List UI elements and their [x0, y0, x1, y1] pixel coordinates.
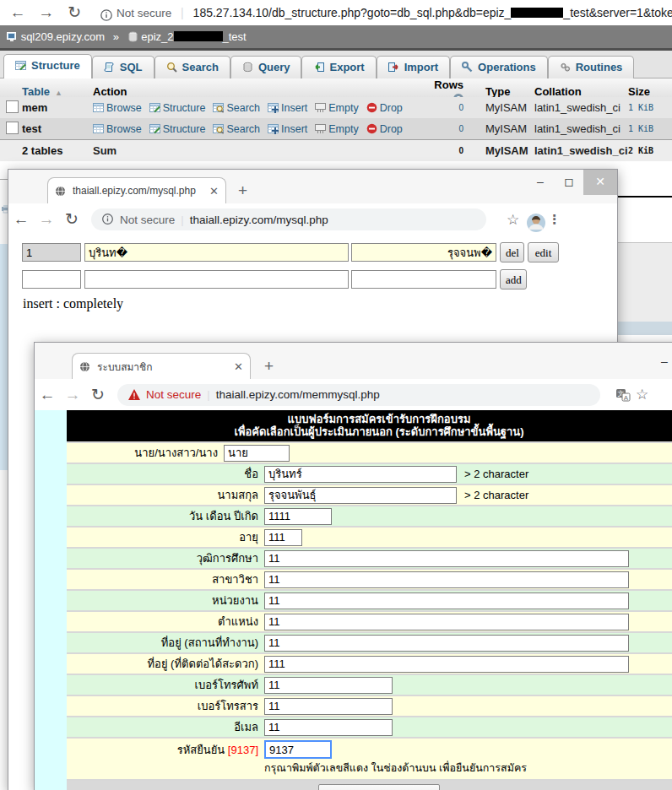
structure-tab-icon [15, 57, 26, 68]
checkbox-cell [0, 100, 22, 116]
pma-tab-label: SQL [120, 61, 143, 73]
table-name[interactable]: test [22, 122, 93, 135]
table-type: MyISAM [475, 101, 534, 114]
minimize-button[interactable]: – [661, 354, 668, 368]
form-input-position[interactable] [264, 614, 629, 630]
main-browser-toolbar: ← → ↻ Not secure | 185.27.134.10/db_stru… [0, 0, 672, 25]
action-drop[interactable]: Drop [366, 123, 403, 135]
reload-icon[interactable]: ↻ [59, 203, 84, 235]
form-input-major[interactable] [264, 571, 629, 588]
record-id-input[interactable] [22, 243, 81, 262]
submit-registration-button[interactable]: ยืนยันการลงทะเบียน [318, 784, 441, 790]
forward-icon[interactable]: → [60, 379, 85, 410]
pma-tab-query[interactable]: Query [230, 56, 302, 78]
omnibox[interactable]: Not secure | thaiall.epizy.com/memmysql.… [117, 384, 600, 406]
action-label: Insert [281, 123, 307, 135]
reload-icon[interactable]: ↻ [85, 379, 111, 410]
url-text: thaiall.epizy.com/mysql.php [190, 214, 328, 226]
back-icon[interactable]: ← [5, 0, 30, 25]
form-input-email[interactable] [264, 719, 393, 736]
form-field-major [263, 571, 672, 588]
column-header-size: Size [623, 85, 672, 98]
pma-tab-structure[interactable]: Structure [3, 54, 92, 78]
forward-icon[interactable]: → [34, 0, 59, 25]
omnibox[interactable]: Not secure | thaiall.epizy.com/mysql.php [91, 208, 486, 230]
action-empty[interactable]: Empty [315, 123, 358, 135]
bookmark-star-icon[interactable]: ☆ [507, 211, 519, 229]
action-search[interactable]: Search [213, 123, 260, 135]
form-input-first-name[interactable] [264, 466, 457, 483]
new-surname-input[interactable] [351, 270, 496, 289]
new-tab-button[interactable]: + [238, 181, 247, 200]
form-input-address-work[interactable] [264, 635, 629, 652]
form-input-phone[interactable] [264, 677, 393, 694]
form-field-email [263, 719, 672, 736]
form-input-last-name[interactable] [264, 487, 457, 504]
translate-icon[interactable]: 文A [615, 388, 629, 402]
action-drop[interactable]: Drop [366, 102, 403, 114]
del-button[interactable]: del [500, 242, 524, 262]
back-icon[interactable]: ← [8, 203, 34, 235]
action-browse[interactable]: Browse [93, 123, 142, 135]
browser-tab-mysql[interactable]: thaiall.epizy.com/mysql.php ✕ [47, 177, 226, 203]
action-empty[interactable]: Empty [315, 102, 358, 114]
close-button[interactable]: ✕ [583, 170, 617, 195]
breadcrumb-database[interactable]: epiz_2_test [141, 30, 247, 43]
form-field-birthdate [263, 508, 672, 525]
column-header-table[interactable]: Table [22, 85, 50, 98]
tab-close-icon[interactable]: ✕ [234, 360, 243, 373]
new-tab-button[interactable]: + [264, 357, 274, 376]
confirm-code-input[interactable] [264, 740, 332, 759]
action-structure[interactable]: Structure [149, 102, 206, 114]
action-cell: BrowseStructureSearchInsertEmptyDrop [93, 122, 426, 135]
bookmark-star-icon[interactable]: ☆ [636, 386, 648, 403]
action-search[interactable]: Search [213, 102, 260, 114]
table-collation[interactable]: latin1_swedish_ci [534, 122, 623, 135]
menu-dots-icon[interactable]: ⋮ [548, 212, 561, 227]
browser-tab-member[interactable]: ระบบสมาชิก ✕ [72, 353, 251, 379]
pma-tab-export[interactable]: Export [301, 56, 376, 78]
main-address-bar[interactable]: Not secure | 185.27.134.10/db_structure.… [100, 2, 672, 24]
pma-tab-routines[interactable]: Routines [548, 56, 635, 78]
pma-tab-import[interactable]: Import [377, 56, 450, 78]
form-input-age[interactable] [264, 529, 302, 546]
row-checkbox[interactable] [6, 122, 19, 134]
row-checkbox[interactable] [6, 100, 19, 113]
pma-tab-search[interactable]: Search [154, 56, 230, 78]
form-input-birthdate[interactable] [264, 508, 332, 525]
new-name-input[interactable] [84, 270, 349, 289]
minimize-button[interactable]: – [526, 170, 555, 195]
table-name[interactable]: mem [22, 101, 93, 114]
profile-avatar[interactable] [526, 213, 539, 226]
add-button[interactable]: add [500, 269, 527, 289]
reload-icon[interactable]: ↻ [62, 0, 87, 25]
action-insert[interactable]: Insert [268, 102, 307, 114]
form-row-age: อายุ [67, 528, 672, 547]
table-collation[interactable]: latin1_swedish_ci [534, 101, 623, 114]
empty-icon [315, 123, 326, 134]
action-insert[interactable]: Insert [268, 123, 307, 135]
action-browse[interactable]: Browse [93, 102, 142, 114]
record-surname-input[interactable] [351, 243, 496, 262]
form-input-department[interactable] [264, 592, 629, 609]
insert-icon [268, 102, 279, 113]
forward-icon[interactable]: → [34, 203, 59, 235]
table-row: testBrowseStructureSearchInsertEmptyDrop… [0, 118, 672, 139]
pma-tab-bar: StructureSQLSearchQueryExportImportOpera… [0, 51, 672, 78]
tab-close-icon[interactable]: ✕ [209, 185, 219, 198]
pma-tab-sql[interactable]: SQL [92, 56, 154, 78]
form-input-fax[interactable] [264, 698, 393, 715]
pma-tab-operations[interactable]: Operations [450, 56, 548, 78]
maximize-button[interactable]: ◻ [555, 170, 583, 195]
form-input-education[interactable] [264, 550, 629, 567]
record-name-input[interactable] [84, 243, 349, 262]
form-input-address-contact[interactable] [264, 656, 629, 673]
back-icon[interactable]: ← [35, 379, 60, 410]
insert-icon [268, 123, 279, 134]
new-id-input[interactable] [22, 270, 81, 289]
action-structure[interactable]: Structure [149, 123, 206, 135]
breadcrumb-server[interactable]: sql209.epizy.com [21, 30, 105, 43]
pma-tab-label: Routines [576, 61, 623, 73]
form-input-title-prefix[interactable] [224, 445, 290, 462]
edit-button[interactable]: edit [528, 242, 559, 262]
